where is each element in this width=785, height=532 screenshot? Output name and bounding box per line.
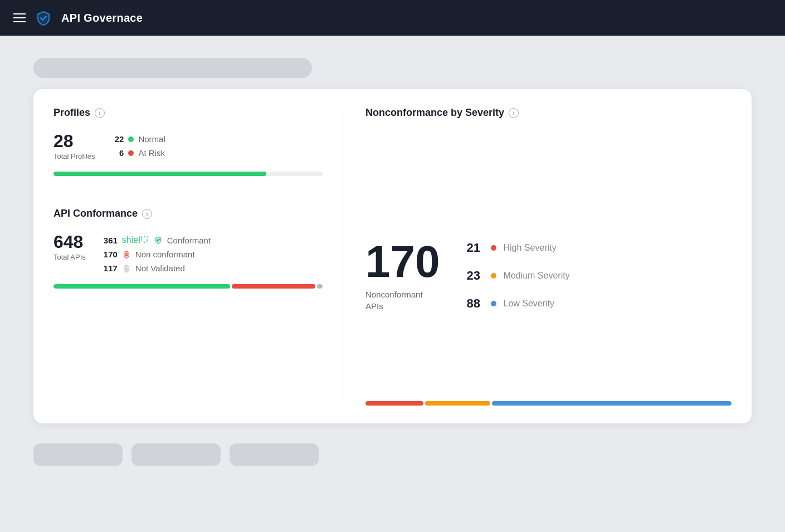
low-severity-dot — [491, 301, 496, 306]
conformant-count: 361 — [104, 236, 118, 245]
conformance-badge-list: 361 shiel🛡 Conformant 170 — [104, 233, 211, 273]
profiles-atrisk-item: 6 At Risk — [113, 148, 165, 158]
low-severity-item: 88 Low Severity — [466, 296, 569, 311]
app-title: API Governace — [61, 12, 143, 25]
nonconformance-title: Nonconformance by Severity — [365, 107, 504, 119]
nonconformance-metric: 170 Nonconformant APIs — [365, 240, 440, 312]
main-content: Profiles i 28 Total Profiles 22 Normal 6 — [0, 36, 785, 532]
nonconformant-item: 170 Non conformant — [104, 250, 211, 259]
conformant-label: Conformant — [167, 236, 211, 245]
conformance-total: 648 Total APIs — [53, 233, 86, 261]
profiles-normal-count: 22 — [113, 134, 124, 144]
conformance-stats: 648 Total APIs 361 shiel🛡 Conformant — [53, 233, 323, 273]
filter-bar[interactable] — [33, 58, 312, 78]
sev-blue-seg — [492, 401, 732, 406]
medium-severity-item: 23 Medium Severity — [466, 269, 569, 283]
seg-red — [232, 284, 315, 289]
profiles-total-count: 28 — [53, 132, 95, 150]
left-panel: Profiles i 28 Total Profiles 22 Normal 6 — [53, 107, 343, 406]
notvalidated-count: 117 — [104, 263, 118, 273]
notvalidated-icon — [122, 264, 131, 273]
atrisk-dot — [128, 150, 134, 156]
hint-card-2 — [131, 443, 221, 466]
nonconformance-info-icon[interactable]: i — [509, 108, 519, 118]
logo-icon — [35, 9, 52, 27]
bottom-hints — [33, 443, 752, 466]
notvalidated-item: 117 Not Validated — [104, 263, 211, 273]
conformance-total-count: 648 — [53, 233, 86, 251]
high-severity-dot — [491, 245, 496, 251]
profiles-title: Profiles — [53, 107, 90, 119]
conformant-shield-icon: shiel🛡 — [122, 235, 149, 245]
profiles-atrisk-label: At Risk — [138, 148, 165, 158]
brand-logo — [35, 9, 52, 27]
hint-card-1 — [33, 443, 123, 466]
nonconformant-label: Non conformant — [135, 250, 195, 259]
low-severity-count: 88 — [466, 296, 484, 311]
severity-list: 21 High Severity 23 Medium Severity 88 L… — [466, 241, 569, 311]
profiles-header: Profiles i — [53, 107, 323, 119]
profiles-normal-label: Normal — [138, 134, 165, 144]
conformant-item: 361 shiel🛡 Conformant — [104, 235, 211, 245]
notvalidated-label: Not Validated — [135, 263, 185, 273]
hint-card-3 — [230, 443, 319, 466]
profiles-badge-list: 22 Normal 6 At Risk — [113, 132, 165, 158]
profiles-stats: 28 Total Profiles 22 Normal 6 At Risk — [53, 132, 323, 160]
high-severity-item: 21 High Severity — [466, 241, 569, 255]
high-severity-label: High Severity — [503, 243, 556, 253]
section-divider — [53, 192, 323, 192]
conformance-header: API Conformance i — [53, 208, 323, 219]
medium-severity-count: 23 — [466, 269, 484, 283]
sev-yellow-seg — [425, 401, 490, 406]
profiles-progress-bar — [53, 172, 323, 176]
severity-progress-bar — [365, 401, 732, 406]
profiles-total: 28 Total Profiles — [53, 132, 95, 160]
profiles-info-icon[interactable]: i — [95, 108, 105, 118]
seg-gray — [317, 284, 323, 289]
hamburger-menu[interactable] — [13, 13, 26, 22]
nonconformance-body: 170 Nonconformant APIs 21 High Severity … — [365, 150, 732, 401]
conformance-total-label: Total APIs — [53, 253, 86, 261]
nonconformance-total-count: 170 — [365, 240, 440, 284]
profiles-atrisk-count: 6 — [113, 148, 124, 158]
nonconformance-header: Nonconformance by Severity i — [365, 107, 732, 119]
right-panel: Nonconformance by Severity i 170 Nonconf… — [343, 107, 732, 406]
conformance-info-icon[interactable]: i — [142, 209, 152, 219]
sev-red-seg — [365, 401, 423, 406]
profiles-total-label: Total Profiles — [53, 152, 95, 160]
medium-severity-label: Medium Severity — [503, 271, 569, 281]
nonconformant-icon — [122, 250, 131, 259]
normal-dot — [128, 136, 134, 142]
navbar: API Governace — [0, 0, 785, 36]
medium-severity-dot — [491, 273, 496, 279]
conformance-title: API Conformance — [53, 208, 138, 219]
low-severity-label: Low Severity — [503, 299, 554, 309]
seg-green — [53, 284, 230, 289]
dashboard-card: Profiles i 28 Total Profiles 22 Normal 6 — [33, 89, 752, 423]
nonconformant-count: 170 — [104, 250, 118, 259]
conformant-icon — [154, 236, 163, 245]
profiles-progress-fill — [53, 172, 266, 176]
nonconformance-total-label: Nonconformant APIs — [365, 289, 432, 312]
high-severity-count: 21 — [466, 241, 484, 255]
profiles-normal-item: 22 Normal — [113, 134, 165, 144]
conformance-progress-bar — [53, 284, 323, 289]
